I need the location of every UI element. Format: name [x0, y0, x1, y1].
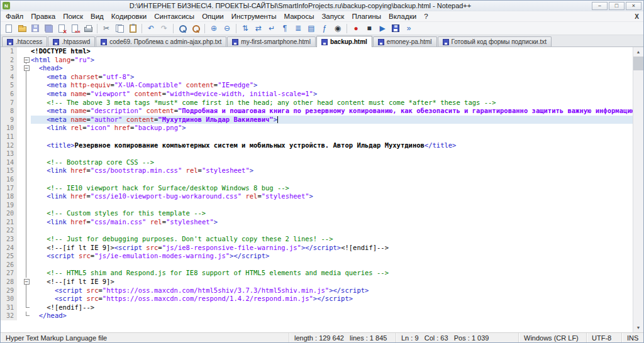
playback-macro-button[interactable]: ▶	[376, 23, 389, 34]
editor-line[interactable]: 6 <meta name="viewport" content="width=d…	[1, 90, 633, 99]
editor-line[interactable]: 18 <link href="css/ie10-viewport-bug-wor…	[1, 192, 633, 201]
editor-line[interactable]: 2−<html lang="ru">	[1, 56, 633, 65]
undo-button[interactable]: ↶	[145, 23, 157, 34]
word-wrap-button[interactable]: ↵	[265, 23, 278, 34]
editor-line[interactable]: 32 </head>	[1, 312, 633, 320]
line-number: 13	[1, 150, 17, 158]
editor-line[interactable]: 30 <script src="https://oss.maxcdn.com/r…	[1, 295, 633, 303]
scroll-up-icon[interactable]: ▲	[633, 47, 643, 57]
close-button[interactable]: ×	[626, 2, 641, 10]
new-file-button[interactable]	[3, 23, 15, 34]
copy-button[interactable]	[113, 23, 126, 34]
menubar-close-icon[interactable]: X	[635, 13, 639, 20]
editor-line[interactable]: 3− <head>	[1, 64, 633, 73]
file-tab[interactable]: Готовый код формы подписки.txt	[438, 36, 552, 46]
zoom-in-button[interactable]: ⊕	[208, 23, 220, 34]
sync-horizontal-scroll-button[interactable]: ⇄	[252, 23, 265, 34]
save-all-button[interactable]	[42, 23, 55, 34]
scrollbar-track[interactable]	[633, 70, 643, 323]
editor-line[interactable]: 24 <!--[if lt IE 9]><script src="js/ie8-…	[1, 244, 633, 253]
editor-line[interactable]: 20 <!-- Custom styles for this template …	[1, 209, 633, 218]
editor-line[interactable]: 21 <link href="css/main.css" rel="styles…	[1, 218, 633, 227]
menu-item[interactable]: Файл	[2, 13, 27, 20]
editor-line[interactable]: 13	[1, 150, 633, 158]
find-button[interactable]	[176, 23, 189, 34]
menu-item[interactable]: Синтаксисы	[150, 13, 198, 20]
editor-line[interactable]: 9 <meta name="author" content="Мухутдино…	[1, 116, 633, 124]
save-button[interactable]	[29, 23, 42, 34]
function-list-button[interactable]: ƒ	[318, 23, 331, 34]
menu-item[interactable]: Поиск	[59, 13, 87, 20]
redo-button[interactable]: ↷	[158, 23, 170, 34]
editor-line[interactable]: 17 <!-- IE10 viewport hack for Surface/d…	[1, 184, 633, 193]
file-tab[interactable]: backup.html	[316, 36, 372, 47]
maximize-button[interactable]: □	[609, 2, 625, 10]
editor-line[interactable]: 12 <title>Резервное копирование компьюте…	[1, 141, 633, 150]
menu-item[interactable]: Макросы	[280, 13, 318, 20]
sync-vertical-scroll-button[interactable]: ⇅	[239, 23, 252, 34]
editor-line[interactable]: 8 <meta name="description" content="Подр…	[1, 107, 633, 116]
editor-line[interactable]: 31 <![endif]-->	[1, 303, 633, 312]
editor-line[interactable]: 19	[1, 201, 633, 210]
editor-line[interactable]: 28− <!--[if lt IE 9]>	[1, 278, 633, 286]
stop-record-macro-button[interactable]: ■	[363, 23, 375, 34]
doc-map-button[interactable]: ▤	[305, 23, 318, 34]
editor-line[interactable]: 15 <link href="css/bootstrap.min.css" re…	[1, 166, 633, 175]
open-folder-button[interactable]	[16, 23, 28, 34]
menu-item[interactable]: Плагины	[348, 13, 385, 20]
close-all-button[interactable]	[69, 23, 81, 34]
editor-line[interactable]: 14 <!-- Bootstrap core CSS -->	[1, 158, 633, 167]
editor-line[interactable]: 4 <meta charset="utf-8">	[1, 73, 633, 82]
code-token: content	[186, 81, 214, 89]
editor-line[interactable]: 26	[1, 261, 633, 270]
fold-collapse-icon[interactable]: −	[22, 64, 31, 73]
editor-line[interactable]: 7 <!-- The above 3 meta tags *must* come…	[1, 99, 633, 107]
menu-item[interactable]: Вкладки	[385, 13, 420, 20]
editor-line[interactable]: 29 <script src="https://oss.maxcdn.com/h…	[1, 286, 633, 295]
editor-line[interactable]: 27 <!-- HTML5 shim and Respond.js for IE…	[1, 269, 633, 278]
file-tab[interactable]: .htaccess	[2, 36, 47, 46]
line-number: 11	[1, 133, 17, 141]
editor-line[interactable]: 10 <link rel="icon" href="backup.png">	[1, 124, 633, 133]
editor-line[interactable]: 23 <!-- Just for debugging purposes. Don…	[1, 235, 633, 244]
editor-line[interactable]: 11	[1, 133, 633, 141]
fold-minus-icon[interactable]: −	[24, 57, 30, 63]
menu-item[interactable]: Правка	[27, 13, 59, 20]
menu-item[interactable]: Вид	[87, 13, 108, 20]
menu-item[interactable]: Опции	[198, 13, 228, 20]
file-tab[interactable]: code69. Проблема с admin-ajax.php.txt	[96, 36, 226, 46]
paste-button[interactable]	[126, 23, 139, 34]
fold-collapse-icon[interactable]: −	[22, 56, 31, 65]
fold-minus-icon[interactable]: −	[24, 65, 30, 71]
minimize-button[interactable]: −	[592, 2, 608, 10]
menu-item[interactable]: Инструменты	[228, 13, 280, 20]
save-macro-button[interactable]	[389, 23, 402, 34]
zoom-out-button[interactable]: ⊖	[221, 23, 233, 34]
editor-line[interactable]: 16	[1, 175, 633, 184]
editor-line[interactable]: 1<!DOCTYPE html>	[1, 47, 633, 56]
start-record-macro-button[interactable]: ●	[350, 23, 362, 34]
monitoring-button[interactable]: ◉	[331, 23, 344, 34]
editor-line[interactable]: 5 <meta http-equiv="X-UA-Compatible" con…	[1, 81, 633, 90]
cut-button[interactable]: ✂	[100, 23, 113, 34]
scrollbar-thumb[interactable]	[633, 57, 643, 70]
replace-button[interactable]	[189, 23, 202, 34]
fold-minus-icon[interactable]: −	[24, 279, 30, 285]
menu-item[interactable]: ?	[420, 13, 431, 20]
code-area[interactable]: 1<!DOCTYPE html>2−<html lang="ru">3− <he…	[1, 47, 633, 332]
file-tab[interactable]: emoney-pa.html	[373, 36, 437, 46]
editor-line[interactable]: 25 <script src="js/ie-emulation-modes-wa…	[1, 252, 633, 261]
fold-collapse-icon[interactable]: −	[22, 278, 31, 286]
indent-guide-button[interactable]: ≣	[292, 23, 304, 34]
editor-line[interactable]: 22	[1, 226, 633, 235]
file-tab[interactable]: my-first-smartphone.html	[227, 36, 316, 46]
vertical-scrollbar[interactable]: ▲ ▼	[633, 47, 643, 332]
menu-item[interactable]: Кодировки	[108, 13, 150, 20]
scroll-down-icon[interactable]: ▼	[633, 323, 643, 332]
run-macro-multiple-button[interactable]: »	[402, 23, 415, 34]
show-all-characters-button[interactable]: ¶	[279, 23, 291, 34]
close-file-button[interactable]	[55, 23, 68, 34]
file-tab[interactable]: .htpasswd	[48, 36, 95, 46]
menu-item[interactable]: Запуск	[318, 13, 348, 20]
print-button[interactable]	[82, 23, 94, 34]
